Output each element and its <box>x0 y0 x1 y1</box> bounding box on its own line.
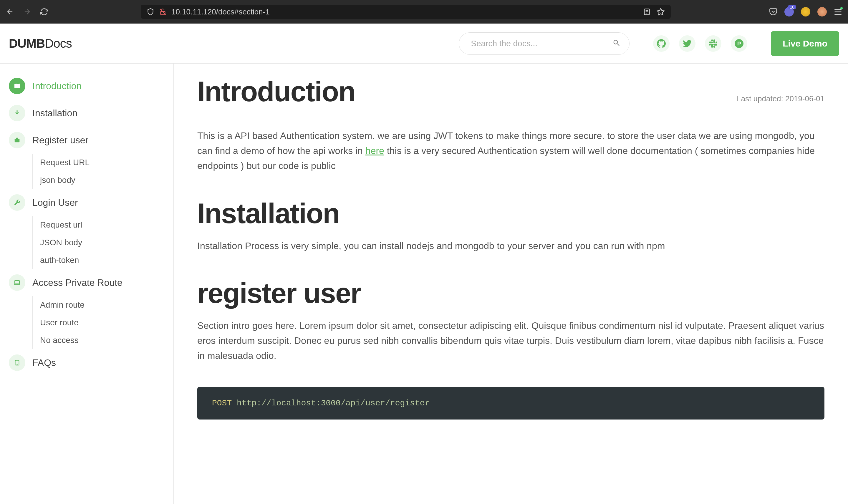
live-demo-button[interactable]: Live Demo <box>771 31 839 56</box>
lock-insecure-icon <box>159 8 167 16</box>
sidebar-subitem[interactable]: User route <box>33 314 174 331</box>
sidebar-item-register-user[interactable]: Register user <box>0 127 174 154</box>
register-paragraph: Section intro goes here. Lorem ipsum dol… <box>197 318 825 364</box>
extension-badge: 10 <box>788 5 796 10</box>
sidebar-item-label: Access Private Route <box>32 277 123 288</box>
extension-icon[interactable]: 10 <box>784 7 794 17</box>
reload-button[interactable] <box>40 8 48 16</box>
site-header: DUMBDocs Live Demo <box>0 23 848 64</box>
sidebar-subitem[interactable]: json body <box>33 171 174 189</box>
sidebar-subitem[interactable]: Request url <box>33 216 174 234</box>
section-title-introduction: Introduction <box>197 75 355 108</box>
extension-icon-2[interactable] <box>801 7 810 17</box>
download-icon <box>9 105 25 121</box>
last-updated: Last updated: 2019-06-01 <box>737 94 825 103</box>
logo[interactable]: DUMBDocs <box>9 36 72 51</box>
sidebar: IntroductionInstallationRegister userReq… <box>0 64 174 504</box>
sidebar-item-label: FAQs <box>32 357 56 368</box>
reader-icon[interactable] <box>643 8 651 16</box>
search-input[interactable] <box>459 32 630 55</box>
intro-paragraph: This is a API based Authentication syste… <box>197 128 825 174</box>
map-icon <box>9 78 25 94</box>
code-method: POST <box>212 399 232 408</box>
sidebar-subitem[interactable]: JSON body <box>33 234 174 251</box>
back-button[interactable] <box>6 8 14 16</box>
tablet-icon <box>9 355 25 371</box>
sidebar-item-label: Login User <box>32 197 78 208</box>
github-icon[interactable] <box>653 35 670 52</box>
sidebar-item-login-user[interactable]: Login User <box>0 189 174 216</box>
sidebar-subitem[interactable]: auth-token <box>33 251 174 269</box>
svg-point-12 <box>17 364 17 365</box>
tools-icon <box>9 194 25 211</box>
code-block: POST http://localhost:3000/api/user/regi… <box>197 387 825 419</box>
shield-icon <box>147 8 154 16</box>
forward-button[interactable] <box>23 8 31 16</box>
sidebar-subitem[interactable]: Admin route <box>33 296 174 314</box>
producthunt-icon[interactable] <box>731 35 747 52</box>
sidebar-item-installation[interactable]: Installation <box>0 100 174 127</box>
sidebar-item-access-private-route[interactable]: Access Private Route <box>0 269 174 296</box>
code-url: http://localhost:3000/api/user/register <box>232 399 430 408</box>
section-title-register: register user <box>197 277 825 309</box>
url-text: 10.10.11.120/docs#section-1 <box>172 7 638 17</box>
section-title-installation: Installation <box>197 197 825 230</box>
browser-chrome: 10.10.11.120/docs#section-1 10 <box>0 0 848 23</box>
pocket-icon[interactable] <box>769 8 777 16</box>
briefcase-icon <box>9 132 25 148</box>
laptop-icon <box>9 274 25 291</box>
sidebar-item-label: Register user <box>32 135 88 146</box>
sidebar-subitem[interactable]: Request URL <box>33 154 174 171</box>
slack-icon[interactable] <box>705 35 721 52</box>
sidebar-item-label: Installation <box>32 108 77 119</box>
svg-marker-6 <box>657 8 664 15</box>
svg-rect-9 <box>15 281 19 284</box>
sidebar-subitem[interactable]: No access <box>33 331 174 349</box>
sidebar-item-label: Introduction <box>32 81 82 92</box>
demo-link[interactable]: here <box>365 145 384 156</box>
installation-paragraph: Installation Process is very simple, you… <box>197 238 825 253</box>
svg-rect-8 <box>15 139 20 142</box>
extension-icon-3[interactable] <box>817 7 827 17</box>
main-content: Introduction Last updated: 2019-06-01 Th… <box>174 64 848 504</box>
url-bar[interactable]: 10.10.11.120/docs#section-1 <box>141 5 671 19</box>
bookmark-star-icon[interactable] <box>656 8 665 16</box>
sidebar-item-introduction[interactable]: Introduction <box>0 72 174 100</box>
menu-button[interactable] <box>834 8 842 16</box>
search-icon[interactable] <box>612 39 621 48</box>
twitter-icon[interactable] <box>679 35 696 52</box>
sidebar-item-faqs[interactable]: FAQs <box>0 349 174 376</box>
